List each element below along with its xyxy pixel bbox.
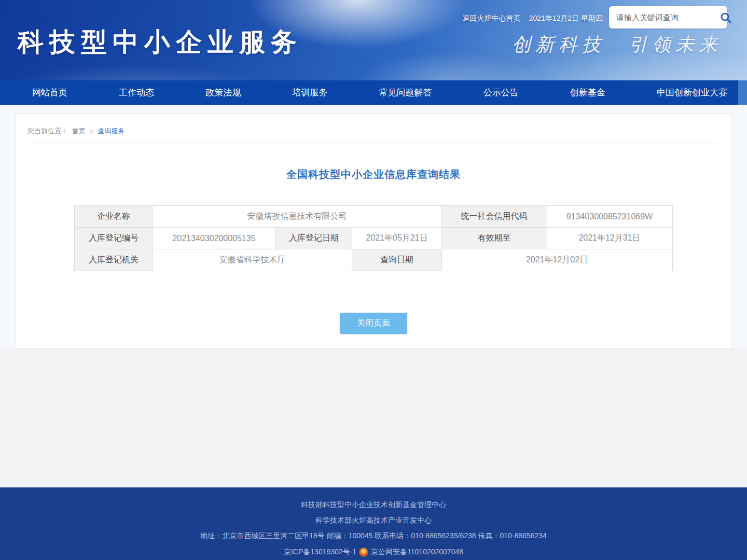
breadcrumb: 您当前位置： 首页 > 查询服务	[27, 114, 720, 143]
registration-number-value: 202134030200005135	[153, 228, 275, 249]
valid-until-value: 2021年12月31日	[547, 228, 672, 249]
close-page-button[interactable]: 关闭页面	[340, 313, 407, 334]
result-table: 企业名称 安徽塔孜信息技术有限公司 统一社会信用代码 9134030008523…	[74, 205, 672, 271]
query-date-value: 2021年12月02日	[441, 249, 672, 271]
site-title: 科技型中小企业服务	[18, 25, 302, 60]
valid-until-label: 有效期至	[441, 228, 547, 249]
nav-item-policies[interactable]: 政策法规	[205, 87, 241, 99]
table-row-authority: 入库登记机关 安徽省科学技术厅 查询日期 2021年12月02日	[75, 249, 672, 271]
nav-item-announcements[interactable]: 公示公告	[483, 87, 519, 99]
registration-number-label: 入库登记编号	[75, 228, 153, 249]
security-record-link[interactable]: 京公网安备11010202007048	[371, 548, 463, 557]
nav-item-work-news[interactable]: 工作动态	[119, 87, 154, 99]
site-slogan: 创新科技 引领未来	[512, 32, 722, 58]
icp-record-link[interactable]: 京ICP备13019302号-1	[284, 548, 356, 557]
site-header: 科技型中小企业服务 创新科技 引领未来 返回火炬中心首页 2021年12月2日 …	[0, 0, 747, 80]
breadcrumb-current-link[interactable]: 查询服务	[98, 127, 125, 136]
search-input[interactable]	[616, 13, 720, 22]
breadcrumb-home-link[interactable]: 首页	[72, 127, 86, 136]
current-date-text: 2021年12月2日 星期四	[529, 14, 603, 23]
nav-item-faq[interactable]: 常见问题解答	[379, 87, 432, 99]
site-footer: 科技部科技型中小企业技术创新基金管理中心 科学技术部火炬高技术产业开发中心 地址…	[0, 487, 747, 560]
footer-org-line2: 科学技术部火炬高技术产业开发中心	[0, 516, 747, 524]
content-panel: 您当前位置： 首页 > 查询服务 全国科技型中小企业信息库查询结果 企业名称 安…	[16, 113, 731, 348]
breadcrumb-prefix: 您当前位置：	[27, 127, 68, 136]
credit-code-value: 91340300085231069W	[547, 206, 672, 228]
result-title: 全国科技型中小企业信息库查询结果	[16, 167, 731, 181]
credit-code-label: 统一社会信用代码	[441, 206, 547, 228]
search-icon	[720, 11, 732, 24]
company-name-label: 企业名称	[75, 206, 153, 228]
header-meta: 返回火炬中心首页 2021年12月2日 星期四	[463, 14, 603, 23]
table-row-company: 企业名称 安徽塔孜信息技术有限公司 统一社会信用代码 9134030008523…	[75, 206, 672, 228]
page-body: 您当前位置： 首页 > 查询服务 全国科技型中小企业信息库查询结果 企业名称 安…	[0, 105, 747, 487]
footer-org-line1: 科技部科技型中小企业技术创新基金管理中心	[0, 501, 747, 508]
nav-item-innovation-fund[interactable]: 创新基金	[570, 87, 605, 99]
registration-authority-label: 入库登记机关	[75, 249, 153, 271]
footer-contact-line: 地址：北京市西城区三里河二区甲18号 邮编：100045 联系电话：010-88…	[0, 532, 747, 539]
footer-record-line: 京ICP备13019302号-1 京公网安备11010202007048	[0, 548, 747, 557]
breadcrumb-separator: >	[90, 128, 94, 135]
police-badge-icon	[359, 548, 368, 557]
torch-center-home-link[interactable]: 返回火炬中心首页	[463, 14, 521, 23]
table-row-registration: 入库登记编号 202134030200005135 入库登记日期 2021年05…	[75, 228, 672, 249]
query-date-label: 查询日期	[352, 249, 441, 271]
close-button-wrap: 关闭页面	[16, 313, 731, 334]
nav-item-training[interactable]: 培训服务	[292, 87, 327, 99]
main-nav: 网站首页 工作动态 政策法规 培训服务 常见问题解答 公示公告 创新基金 中国创…	[0, 80, 747, 105]
search-box	[609, 6, 727, 29]
search-button[interactable]	[720, 10, 732, 25]
nav-item-home[interactable]: 网站首页	[32, 87, 67, 99]
page: 科技型中小企业服务 创新科技 引领未来 返回火炬中心首页 2021年12月2日 …	[0, 0, 747, 560]
registration-date-label: 入库登记日期	[275, 228, 352, 249]
registration-date-value: 2021年05月21日	[352, 228, 441, 249]
company-name-value: 安徽塔孜信息技术有限公司	[153, 206, 441, 228]
nav-item-competition[interactable]: 中国创新创业大赛	[657, 87, 727, 99]
registration-authority-value: 安徽省科学技术厅	[153, 249, 352, 271]
